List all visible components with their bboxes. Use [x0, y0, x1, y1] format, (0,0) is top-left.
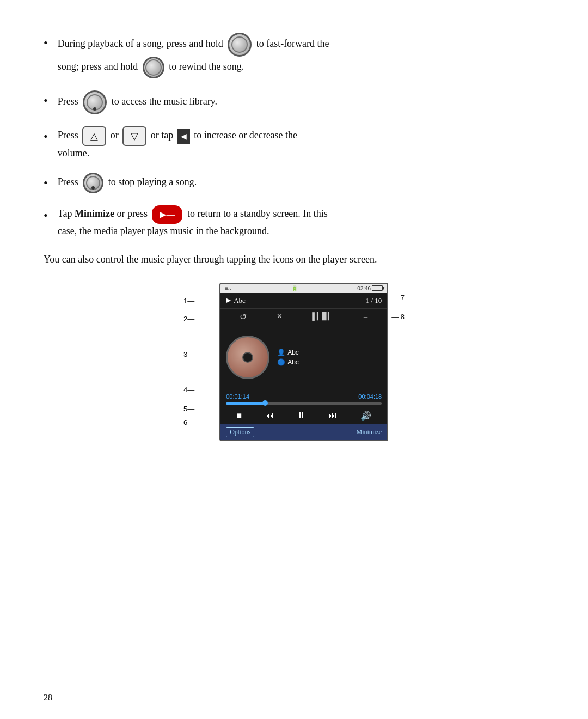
bullet-library: • Press to access the music library. — [44, 90, 544, 114]
progress-fill — [226, 402, 265, 405]
bullet-content-1: During playback of a song, press and hol… — [58, 33, 544, 78]
track-left: ▶ Abc — [226, 296, 246, 305]
label-num-1: 1— — [183, 297, 194, 305]
play-arrow-icon: ▶ — [226, 296, 231, 304]
bullet-content-2: Press to access the music library. — [58, 90, 544, 114]
pause-btn: ⏸ — [297, 411, 305, 421]
label-2: 2— — [183, 315, 194, 323]
bullet-dot-1: • — [44, 34, 48, 52]
label-8: — 8 — [391, 313, 405, 321]
press-label-2: Press — [58, 96, 81, 107]
total-time: 00:04:18 — [358, 393, 382, 400]
current-time: 00:01:14 — [226, 393, 249, 400]
bullet-content-5: Tap Minimize or press ▶— to return to a … — [58, 205, 544, 239]
list-icon: ≡ — [363, 312, 368, 321]
label-num-5: 5— — [183, 405, 194, 413]
volume-up-button-icon: △ — [82, 126, 106, 146]
repeat-icon: ↺ — [240, 312, 247, 322]
diagram-container: 1— 2— 3— 4— 5— 6— ≡ᵢₓ 🔋 — [44, 283, 544, 441]
bullet-dot-3: • — [44, 127, 48, 145]
artist-icon: 👤 — [277, 349, 285, 356]
label-num-2: 2— — [183, 315, 194, 323]
circle-inner-3 — [87, 94, 103, 111]
status-left: ≡ᵢₓ — [225, 285, 231, 291]
label-num-8: — 8 — [391, 313, 405, 321]
bullet-dot-2: • — [44, 92, 48, 109]
press-label-4: Press — [58, 176, 81, 187]
artist-row: 👤 Abc — [277, 349, 299, 356]
text-after-4: to stop playing a song. — [108, 176, 197, 187]
minimize-bold: Minimize — [75, 208, 114, 219]
bullet-fastforward: • During playback of a song, press and h… — [44, 33, 544, 78]
bullet-content-3: Press △ or ▽ or tap ◀ to increase or dec… — [58, 126, 544, 161]
stop-button-icon — [83, 173, 103, 193]
text-before-1: During playback of a song, press and hol… — [58, 38, 225, 49]
time-display: 02:46 — [357, 285, 371, 291]
progress-section: 00:01:14 00:04:18 — [220, 390, 387, 407]
label-3: 3— — [183, 350, 194, 358]
instruction-list: • During playback of a song, press and h… — [44, 33, 544, 239]
label-num-3: 3— — [183, 350, 194, 358]
track-name: Abc — [234, 296, 246, 305]
next-btn: ⏭ — [328, 411, 337, 421]
minimize-button-label: Minimize — [357, 428, 382, 436]
label-6: 6— — [183, 418, 194, 426]
tap-label-5: Tap Minimize or press — [58, 208, 150, 219]
left-callout-labels: 1— 2— 3— 4— 5— 6— — [183, 283, 198, 426]
phone-screen: ≡ᵢₓ 🔋 02:46 ▶ Abc 1 / 10 ↺ ✕ ▌▎▊▎ — [219, 283, 388, 441]
artist-name: Abc — [287, 349, 299, 356]
stop-btn: ■ — [236, 411, 242, 421]
library-button-icon — [83, 90, 107, 114]
rewind-button-icon — [143, 57, 164, 78]
battery-icon — [372, 285, 383, 291]
end-call-button-icon: ▶— — [152, 205, 182, 224]
album-art — [226, 336, 270, 379]
time-row: 00:01:14 00:04:18 — [226, 393, 382, 400]
circle-inner — [231, 36, 248, 53]
press-label-3: Press — [58, 130, 81, 141]
label-1: 1— — [183, 297, 194, 305]
status-bar: ≡ᵢₓ 🔋 02:46 — [220, 284, 387, 293]
bullet-minimize: • Tap Minimize or press ▶— to return to … — [44, 205, 544, 239]
right-callout-labels: — 7 — 8 — [388, 283, 405, 337]
bullet-content-4: Press to stop playing a song. — [58, 173, 544, 193]
circle-inner-4 — [86, 176, 100, 190]
volume-btn: 🔊 — [360, 411, 371, 421]
options-bar: Options Minimize — [220, 424, 387, 440]
status-center: 🔋 — [291, 285, 298, 291]
label-num-4: 4— — [183, 386, 194, 394]
album-title: Abc — [287, 358, 299, 366]
status-right: 02:46 — [357, 285, 383, 291]
bullet-dot-4: • — [44, 174, 48, 192]
intro-paragraph: You can also control the music player th… — [44, 252, 544, 267]
label-num-7: — 7 — [391, 294, 405, 302]
progress-bar — [226, 402, 382, 405]
label-5: 5— — [183, 405, 194, 413]
or-tap-label-3: or tap — [151, 130, 176, 141]
progress-thumb — [262, 400, 268, 406]
album-section: 👤 Abc 🔵 Abc — [220, 325, 387, 390]
track-position: 1 / 10 — [366, 296, 382, 305]
bullet-volume: • Press △ or ▽ or tap ◀ to increase or d… — [44, 126, 544, 161]
shuffle-icon: ✕ — [277, 312, 283, 321]
or-label-3: or — [111, 130, 121, 141]
label-7: — 7 — [391, 294, 405, 302]
diagram-wrapper: 1— 2— 3— 4— 5— 6— ≡ᵢₓ 🔋 — [183, 283, 405, 441]
text-after-1b: to rewind the song. — [169, 61, 244, 72]
label-4: 4— — [183, 386, 194, 394]
album-row: 🔵 Abc — [277, 358, 299, 366]
text-after-2: to access the music library. — [112, 96, 217, 107]
end-call-inner: ▶— — [160, 208, 175, 221]
equalizer-icon: ▌▎▊▎ — [312, 312, 333, 321]
fast-forward-button-icon — [228, 33, 252, 57]
prev-btn: ⏮ — [265, 411, 274, 421]
bullet-stop: • Press to stop playing a song. — [44, 173, 544, 193]
controls-row: ↺ ✕ ▌▎▊▎ ≡ — [220, 308, 387, 325]
bullet-dot-5: • — [44, 206, 48, 224]
playback-controls: ■ ⏮ ⏸ ⏭ 🔊 — [220, 407, 387, 424]
volume-icon: ◀ — [177, 129, 190, 144]
volume-down-button-icon: ▽ — [122, 126, 146, 146]
circle-inner-2 — [145, 59, 162, 76]
album-icon: 🔵 — [277, 358, 285, 366]
track-row: ▶ Abc 1 / 10 — [220, 293, 387, 308]
